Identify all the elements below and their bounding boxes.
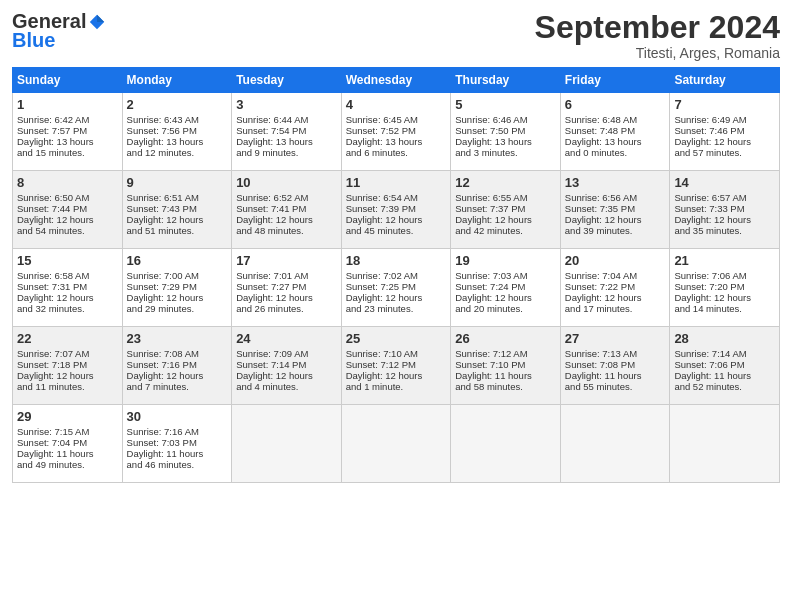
day-number: 26 [455, 331, 556, 346]
day-info: Sunrise: 6:42 AM [17, 114, 118, 125]
table-row: 1Sunrise: 6:42 AMSunset: 7:57 PMDaylight… [13, 93, 123, 171]
table-row: 18Sunrise: 7:02 AMSunset: 7:25 PMDayligh… [341, 249, 451, 327]
day-info: and 7 minutes. [127, 381, 228, 392]
day-info: Daylight: 11 hours [674, 370, 775, 381]
day-info: Daylight: 13 hours [127, 136, 228, 147]
calendar-week-row: 22Sunrise: 7:07 AMSunset: 7:18 PMDayligh… [13, 327, 780, 405]
day-info: Sunset: 7:56 PM [127, 125, 228, 136]
day-info: Sunset: 7:43 PM [127, 203, 228, 214]
day-number: 17 [236, 253, 337, 268]
day-info: Daylight: 12 hours [236, 214, 337, 225]
day-number: 11 [346, 175, 447, 190]
calendar-table: Sunday Monday Tuesday Wednesday Thursday… [12, 67, 780, 483]
day-info: Sunset: 7:06 PM [674, 359, 775, 370]
day-info: Daylight: 12 hours [236, 292, 337, 303]
day-info: Sunset: 7:39 PM [346, 203, 447, 214]
day-info: and 35 minutes. [674, 225, 775, 236]
day-number: 3 [236, 97, 337, 112]
day-info: Sunrise: 7:14 AM [674, 348, 775, 359]
day-info: Sunset: 7:27 PM [236, 281, 337, 292]
day-info: and 58 minutes. [455, 381, 556, 392]
day-number: 19 [455, 253, 556, 268]
day-info: Sunset: 7:18 PM [17, 359, 118, 370]
table-row [341, 405, 451, 483]
logo: General Blue [12, 10, 106, 52]
day-number: 2 [127, 97, 228, 112]
day-info: Daylight: 13 hours [17, 136, 118, 147]
svg-marker-1 [97, 14, 104, 21]
header: General Blue September 2024 Titesti, Arg… [12, 10, 780, 61]
location: Titesti, Arges, Romania [535, 45, 780, 61]
day-number: 16 [127, 253, 228, 268]
day-number: 30 [127, 409, 228, 424]
day-info: and 3 minutes. [455, 147, 556, 158]
day-info: Daylight: 12 hours [127, 370, 228, 381]
day-info: Sunset: 7:14 PM [236, 359, 337, 370]
logo-icon [88, 13, 106, 31]
header-saturday: Saturday [670, 68, 780, 93]
title-block: September 2024 Titesti, Arges, Romania [535, 10, 780, 61]
table-row: 15Sunrise: 6:58 AMSunset: 7:31 PMDayligh… [13, 249, 123, 327]
day-info: Sunset: 7:50 PM [455, 125, 556, 136]
day-info: Daylight: 12 hours [565, 292, 666, 303]
day-info: Daylight: 12 hours [565, 214, 666, 225]
day-number: 9 [127, 175, 228, 190]
day-info: Sunrise: 6:52 AM [236, 192, 337, 203]
calendar-week-row: 1Sunrise: 6:42 AMSunset: 7:57 PMDaylight… [13, 93, 780, 171]
day-number: 25 [346, 331, 447, 346]
day-info: Daylight: 11 hours [17, 448, 118, 459]
day-info: Sunrise: 6:44 AM [236, 114, 337, 125]
day-info: Daylight: 12 hours [674, 292, 775, 303]
day-info: Sunrise: 7:12 AM [455, 348, 556, 359]
day-info: Sunrise: 6:50 AM [17, 192, 118, 203]
day-info: Daylight: 12 hours [346, 292, 447, 303]
header-sunday: Sunday [13, 68, 123, 93]
table-row: 23Sunrise: 7:08 AMSunset: 7:16 PMDayligh… [122, 327, 232, 405]
day-info: Daylight: 12 hours [17, 292, 118, 303]
day-info: and 26 minutes. [236, 303, 337, 314]
day-info: and 55 minutes. [565, 381, 666, 392]
calendar-week-row: 29Sunrise: 7:15 AMSunset: 7:04 PMDayligh… [13, 405, 780, 483]
table-row: 4Sunrise: 6:45 AMSunset: 7:52 PMDaylight… [341, 93, 451, 171]
day-number: 4 [346, 97, 447, 112]
day-info: Sunset: 7:57 PM [17, 125, 118, 136]
day-info: Sunset: 7:41 PM [236, 203, 337, 214]
day-info: and 6 minutes. [346, 147, 447, 158]
day-info: Sunrise: 6:46 AM [455, 114, 556, 125]
day-number: 5 [455, 97, 556, 112]
table-row: 30Sunrise: 7:16 AMSunset: 7:03 PMDayligh… [122, 405, 232, 483]
day-info: Sunrise: 7:01 AM [236, 270, 337, 281]
day-info: Sunrise: 7:09 AM [236, 348, 337, 359]
day-info: Daylight: 11 hours [565, 370, 666, 381]
day-info: Sunrise: 7:10 AM [346, 348, 447, 359]
day-info: Sunset: 7:31 PM [17, 281, 118, 292]
day-number: 15 [17, 253, 118, 268]
day-info: and 14 minutes. [674, 303, 775, 314]
day-info: Daylight: 11 hours [127, 448, 228, 459]
day-info: and 54 minutes. [17, 225, 118, 236]
day-number: 18 [346, 253, 447, 268]
day-info: and 52 minutes. [674, 381, 775, 392]
header-friday: Friday [560, 68, 670, 93]
table-row: 8Sunrise: 6:50 AMSunset: 7:44 PMDaylight… [13, 171, 123, 249]
day-info: Daylight: 12 hours [674, 214, 775, 225]
day-info: Sunset: 7:37 PM [455, 203, 556, 214]
day-number: 1 [17, 97, 118, 112]
table-row: 6Sunrise: 6:48 AMSunset: 7:48 PMDaylight… [560, 93, 670, 171]
day-info: and 9 minutes. [236, 147, 337, 158]
day-info: Sunset: 7:12 PM [346, 359, 447, 370]
day-info: Sunset: 7:10 PM [455, 359, 556, 370]
day-info: Daylight: 12 hours [346, 214, 447, 225]
header-wednesday: Wednesday [341, 68, 451, 93]
table-row: 10Sunrise: 6:52 AMSunset: 7:41 PMDayligh… [232, 171, 342, 249]
table-row: 19Sunrise: 7:03 AMSunset: 7:24 PMDayligh… [451, 249, 561, 327]
day-info: Daylight: 13 hours [236, 136, 337, 147]
day-info: Sunset: 7:24 PM [455, 281, 556, 292]
day-info: Daylight: 12 hours [236, 370, 337, 381]
table-row: 21Sunrise: 7:06 AMSunset: 7:20 PMDayligh… [670, 249, 780, 327]
table-row: 26Sunrise: 7:12 AMSunset: 7:10 PMDayligh… [451, 327, 561, 405]
day-info: and 1 minute. [346, 381, 447, 392]
day-info: and 29 minutes. [127, 303, 228, 314]
day-info: Sunset: 7:52 PM [346, 125, 447, 136]
table-row [451, 405, 561, 483]
